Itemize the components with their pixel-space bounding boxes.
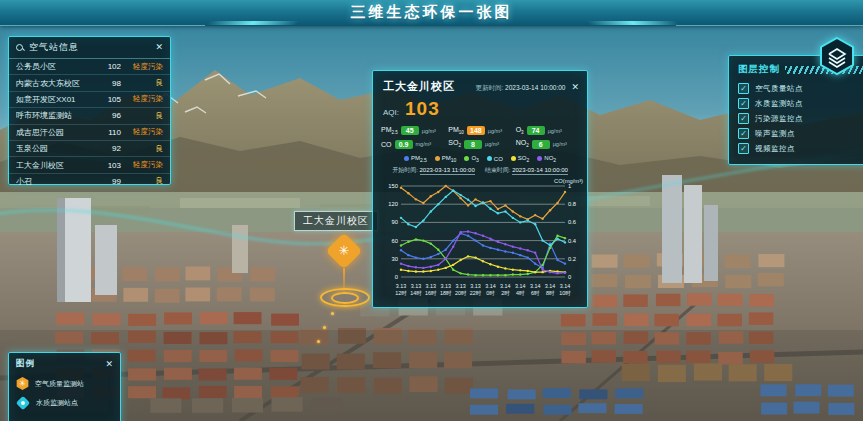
svg-text:0.2: 0.2: [568, 256, 576, 262]
station-aqi: 102: [99, 62, 121, 71]
svg-text:3.140时: 3.140时: [485, 283, 496, 296]
legend-dot: [404, 156, 409, 161]
header-line-right: [676, 25, 863, 26]
air-station-marker-icon[interactable]: ✳: [326, 233, 363, 270]
station-row[interactable]: 如意开发区XX01105轻度污染: [9, 92, 170, 108]
close-icon[interactable]: ✕: [105, 360, 113, 369]
station-row[interactable]: 成吉思汗公园110轻度污染: [9, 125, 170, 141]
svg-text:150: 150: [388, 183, 398, 189]
legend-item[interactable]: NO2: [537, 155, 556, 163]
marker-label[interactable]: 工大金川校区: [294, 211, 378, 231]
layer-label: 污染源监控点: [755, 114, 803, 124]
end-time-value[interactable]: 2023-03-14 10:00:00: [512, 167, 568, 175]
station-panel-header: 空气站信息 ✕: [9, 37, 170, 59]
series-line-PM2.5: [401, 233, 565, 268]
series-line-O3: [401, 236, 565, 275]
station-aqi: 103: [99, 161, 121, 170]
layers-toggle-button[interactable]: [818, 36, 856, 76]
marker-pulse-ring-inner: [331, 292, 359, 304]
layer-item[interactable]: ✓视频监控点: [738, 141, 863, 156]
legend-dot: [435, 156, 440, 161]
svg-text:3.1316时: 3.1316时: [425, 283, 437, 296]
pollutant-value-badge: 6: [532, 140, 550, 149]
pollutant-name: CO: [381, 141, 392, 148]
station-row[interactable]: 小召99良: [9, 174, 170, 189]
aqi-value: 103: [405, 98, 440, 120]
close-icon[interactable]: ✕: [155, 43, 163, 52]
legend-label: NO2: [544, 155, 556, 163]
station-name: 如意开发区XX01: [16, 94, 99, 105]
legend-label: O3: [471, 155, 478, 163]
station-aqi: 110: [99, 128, 121, 137]
svg-text:3.142时: 3.142时: [500, 283, 511, 296]
station-level: 良: [121, 144, 163, 154]
pollutant-value-badge: 45: [401, 126, 419, 135]
station-aqi: 98: [99, 79, 121, 88]
svg-text:3.1410时: 3.1410时: [559, 283, 571, 296]
legend-item[interactable]: O3: [464, 155, 478, 163]
legend-item: 水质监测站点: [16, 393, 113, 412]
checkbox-icon[interactable]: ✓: [738, 98, 749, 109]
header-decoration-right: [586, 21, 679, 25]
checkbox-icon[interactable]: ✓: [738, 83, 749, 94]
layer-label: 水质监测站点: [755, 99, 803, 109]
station-row[interactable]: 公务员小区102轻度污染: [9, 59, 170, 75]
aqi-trend-chart: 030609012015000.20.40.60.81CO(mg/m³)3.13…: [375, 177, 585, 303]
station-row[interactable]: 工大金川校区103轻度污染: [9, 157, 170, 173]
svg-text:0: 0: [395, 274, 398, 280]
search-icon[interactable]: [16, 44, 24, 52]
legend-item[interactable]: CO: [487, 155, 503, 163]
layer-list: ✓空气质量站点✓水质监测站点✓污染源监控点✓噪声监测点✓视频监控点: [738, 81, 863, 156]
legend-item: ✳空气质量监测站: [16, 374, 113, 393]
checkbox-icon[interactable]: ✓: [738, 113, 749, 124]
station-list-panel: 空气站信息 ✕ 公务员小区102轻度污染内蒙古农大东校区98良如意开发区XX01…: [8, 36, 171, 185]
aqi-label: AQI:: [383, 108, 399, 117]
station-row[interactable]: 呼市环境监测站96良: [9, 108, 170, 124]
layer-item[interactable]: ✓噪声监测点: [738, 126, 863, 141]
legend-item[interactable]: SO2: [511, 155, 529, 163]
legend-label: PM10: [442, 155, 457, 163]
svg-text:3.1318时: 3.1318时: [440, 283, 452, 296]
legend-header: 图例 ✕: [16, 358, 113, 370]
station-name: 呼市环境监测站: [16, 110, 99, 121]
station-aqi: 105: [99, 95, 121, 104]
pollutant-unit: µg/m³: [422, 128, 436, 134]
svg-text:3.1312时: 3.1312时: [395, 283, 407, 296]
pollutant-name: SO2: [448, 139, 461, 148]
layer-label: 噪声监测点: [755, 129, 795, 139]
station-aqi: 99: [99, 177, 121, 186]
svg-text:3.1320时: 3.1320时: [455, 283, 467, 296]
svg-text:0.8: 0.8: [568, 201, 576, 207]
station-row[interactable]: 玉泉公园92良: [9, 141, 170, 157]
legend-item[interactable]: PM10: [435, 155, 457, 163]
layer-panel-title: 图层控制: [738, 63, 780, 76]
start-time-value[interactable]: 2023-03-13 11:00:00: [420, 167, 475, 175]
legend-label: 水质监测站点: [36, 398, 78, 408]
layer-item[interactable]: ✓污染源监控点: [738, 111, 863, 126]
map-legend-panel: 图例 ✕ ✳空气质量监测站水质监测站点: [8, 352, 121, 421]
legend-label: PM2.5: [411, 155, 427, 163]
station-list: 公务员小区102轻度污染内蒙古农大东校区98良如意开发区XX01105轻度污染呼…: [9, 59, 170, 189]
station-panel-title: 空气站信息: [29, 41, 150, 54]
water-station-icon: [16, 395, 30, 409]
checkbox-icon[interactable]: ✓: [738, 143, 749, 154]
layer-item[interactable]: ✓空气质量站点: [738, 81, 863, 96]
time-range: 开始时间: 2023-03-13 11:00:00 结束时间: 2023-03-…: [373, 164, 587, 177]
layer-label: 视频监控点: [755, 144, 795, 154]
pollutant-name: PM10: [448, 126, 464, 135]
legend-title: 图例: [16, 358, 105, 370]
station-row[interactable]: 内蒙古农大东校区98良: [9, 75, 170, 91]
layer-item[interactable]: ✓水质监测站点: [738, 96, 863, 111]
close-icon[interactable]: ✕: [571, 83, 579, 92]
aqi-row: AQI: 103: [373, 98, 587, 120]
legend-dot: [537, 156, 542, 161]
svg-text:CO(mg/m³): CO(mg/m³): [554, 178, 583, 184]
pollutant-value-badge: 8: [464, 140, 482, 149]
pollutant-unit: µg/m³: [553, 141, 567, 147]
checkbox-icon[interactable]: ✓: [738, 128, 749, 139]
vignette: [0, 330, 863, 421]
pollutant-cell: SO28µg/m³: [448, 139, 511, 148]
update-time: 更新时间: 2023-03-14 10:00:00: [461, 84, 565, 93]
legend-item[interactable]: PM2.5: [404, 155, 427, 163]
legend-label: SO2: [518, 155, 529, 163]
